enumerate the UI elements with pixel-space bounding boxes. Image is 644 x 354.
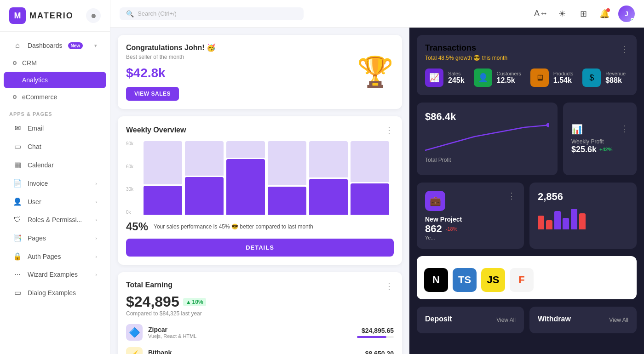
ecommerce-label: eCommerce (22, 93, 57, 101)
transactions-more-button[interactable]: ⋮ (620, 44, 628, 54)
weekly-profit-more-button[interactable]: ⋮ (620, 124, 628, 134)
sidebar-item-user[interactable]: 👤 User › (4, 193, 106, 211)
revenue-label: Revenue (605, 71, 626, 76)
analytics-label: Analytics (22, 76, 48, 84)
sidebar-item-email[interactable]: ✉ Email (4, 119, 106, 137)
avatar[interactable]: J (618, 6, 635, 22)
new-project-card: 💼 ⋮ New Project 862 -18% Ye... (417, 183, 524, 249)
new-project-title: New Project (425, 216, 516, 223)
deposit-card: Deposit View All (417, 307, 524, 333)
search-bar[interactable]: 🔍 Search (Ctrl+/) (120, 7, 304, 20)
bar-group-1 (144, 141, 182, 215)
lock-icon: 🔒 (13, 252, 22, 261)
sidebar-item-ecommerce[interactable]: eCommerce (4, 89, 106, 105)
count-header: 2,856 (538, 191, 628, 203)
profit-line-chart (425, 123, 549, 155)
deposit-view-all[interactable]: View All (496, 317, 516, 323)
brightness-icon[interactable]: ☀ (555, 6, 569, 21)
weekly-profit-header: 📊 ⋮ (571, 124, 628, 135)
shield-icon: 🛡 (13, 216, 22, 224)
left-panel: Congratulations John! 🥳 Best seller of t… (110, 28, 409, 354)
sidebar-item-dialog[interactable]: ▭ Dialog Examples (4, 284, 106, 302)
profit-big-amount: $86.4k (425, 111, 456, 123)
new-project-more-button[interactable]: ⋮ (507, 191, 516, 201)
view-sales-button[interactable]: VIEW SALES (126, 87, 179, 101)
sidebar-item-auth[interactable]: 🔒 Auth Pages › (4, 247, 106, 265)
y-label-60k: 60k (126, 164, 133, 169)
dashboards-label: Dashboards (28, 42, 63, 49)
stat-customers: 👤 Customers 12.5k (474, 69, 521, 87)
zipcar-name: Zipcar (148, 326, 351, 333)
sales-icon-box: 📈 (425, 69, 443, 87)
customers-label: Customers (497, 71, 521, 76)
mini-bar-1 (538, 216, 544, 229)
dialog-label: Dialog Examples (28, 289, 76, 297)
sidebar-item-chat[interactable]: ▭ Chat (4, 137, 106, 155)
withdraw-view-all[interactable]: View All (609, 317, 628, 323)
sidebar-item-roles[interactable]: 🛡 Roles & Permissi... › (4, 211, 106, 228)
congratulations-card: Congratulations John! 🥳 Best seller of t… (118, 35, 402, 109)
sales-info: Sales 245k (448, 71, 465, 85)
sidebar-item-analytics[interactable]: Analytics (4, 72, 106, 88)
record-button[interactable]: ⏺ (86, 8, 101, 23)
chart-bars (139, 141, 394, 215)
bar-light-3 (226, 141, 265, 158)
nav-dot-analytics (13, 78, 17, 82)
pages-label: Pages (28, 234, 46, 242)
weekly-profit-amount: $25.6k (571, 145, 597, 154)
nav-dot-crm (13, 61, 17, 65)
translate-icon[interactable]: A↔ (534, 6, 548, 21)
bar-light-6 (351, 141, 389, 182)
bell-icon[interactable]: 🔔 (597, 6, 612, 21)
bitbank-amount: $8,650.20 (357, 350, 394, 354)
count-card: 2,856 (529, 183, 637, 249)
javascript-logo: JS (481, 268, 505, 292)
avatar-online-dot (631, 18, 634, 22)
bar-group-6 (351, 141, 389, 215)
transactions-subtitle: Total 48.5% growth 😎 this month (425, 55, 628, 61)
sidebar-item-dashboards[interactable]: ⌂ Dashboards New ▾ (4, 37, 106, 54)
weekly-profit-card: 📊 ⋮ Weekly Profit $25.6k +42% (563, 103, 637, 175)
calendar-label: Calendar (28, 161, 54, 169)
grid-icon[interactable]: ⊞ (576, 6, 591, 21)
sidebar-item-wizard[interactable]: ··· Wizard Examples › (4, 266, 106, 283)
bar-purple-6 (351, 183, 389, 215)
products-icon-box: 🖥 (530, 69, 549, 87)
weekly-title: Weekly Overview (126, 126, 186, 134)
transactions-card: Transactions ⋮ Total 48.5% growth 😎 this… (417, 35, 637, 95)
earning-compare: Compared to $84,325 last year (126, 310, 394, 317)
weekly-more-button[interactable]: ⋮ (385, 125, 394, 136)
bitbank-logo: ⚡ (126, 347, 143, 354)
y-label-0k: 0k (126, 210, 133, 215)
dialog-icon: ▭ (13, 288, 22, 297)
sidebar-item-pages[interactable]: 📑 Pages › (4, 229, 106, 247)
stat-products: 🖥 Products 1.54k (530, 69, 573, 87)
project-row: 💼 ⋮ New Project 862 -18% Ye... 2,856 (417, 183, 637, 249)
count-value: 2,856 (538, 191, 563, 203)
wizard-arrow-icon: › (95, 272, 97, 277)
new-project-stats: 862 -18% (425, 223, 516, 235)
bitbank-info: Bitbank Sketch, Figma & XD (148, 349, 351, 354)
sidebar-item-invoice[interactable]: 📄 Invoice › (4, 174, 106, 192)
sidebar-item-crm[interactable]: CRM (4, 55, 106, 71)
total-profit-card: $86.4k Total Profit (417, 103, 558, 175)
weekly-header: Weekly Overview ⋮ (126, 125, 394, 136)
weekly-profit-pct: +42% (599, 147, 612, 152)
details-button[interactable]: DETAILS (126, 239, 394, 257)
earning-more-button[interactable]: ⋮ (385, 280, 394, 291)
zipcar-logo: 🔷 (126, 324, 143, 341)
trans-sub-prefix: Total 48.5% growth (425, 55, 472, 61)
sidebar-nav: ⌂ Dashboards New ▾ CRM Analytics eCommer… (0, 32, 110, 354)
auth-label: Auth Pages (28, 253, 61, 260)
revenue-value: $88k (605, 76, 626, 85)
bar-light-4 (268, 141, 306, 185)
revenue-info: Revenue $88k (605, 71, 626, 85)
user-label: User (28, 198, 41, 206)
sidebar-item-calendar[interactable]: ▦ Calendar (4, 156, 106, 174)
bar-purple-3 (226, 159, 265, 215)
top-row: Congratulations John! 🥳 Best seller of t… (118, 35, 402, 109)
pages-arrow-icon: › (95, 235, 97, 241)
transactions-title: Transactions (425, 43, 476, 53)
typescript-logo: TS (453, 268, 477, 292)
zipcar-sub: Vuejs, React & HTML (148, 333, 351, 339)
